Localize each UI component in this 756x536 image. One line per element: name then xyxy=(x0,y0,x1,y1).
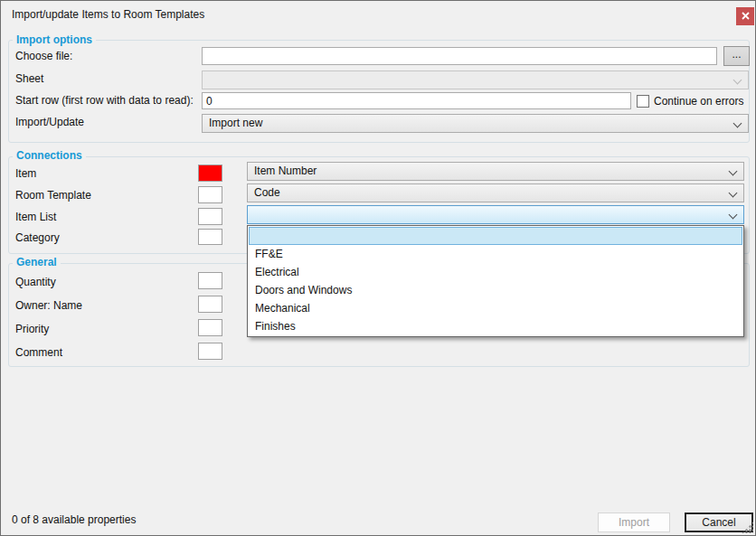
group-header-connections: Connections xyxy=(13,149,86,162)
cancel-button[interactable]: Cancel xyxy=(685,512,753,532)
window-title: Import/update Items to Room Templates xyxy=(12,8,204,21)
dropdown-option[interactable]: Electrical xyxy=(249,263,742,281)
browse-button[interactable]: ... xyxy=(723,46,750,66)
chevron-down-icon xyxy=(733,76,742,85)
group-header-import-options: Import options xyxy=(13,33,96,46)
priority-label: Priority xyxy=(15,323,49,335)
import-button[interactable]: Import xyxy=(598,512,670,532)
item-list-label: Item List xyxy=(15,211,56,223)
item-label: Item xyxy=(15,167,36,180)
category-label: Category xyxy=(15,231,60,244)
group-header-general: General xyxy=(13,256,61,268)
room-template-combo-value: Code xyxy=(254,186,280,199)
dropdown-option[interactable]: FF&E xyxy=(249,245,742,263)
chevron-down-icon xyxy=(729,189,738,198)
item-list-dropdown: FF&E Electrical Doors and Windows Mechan… xyxy=(247,225,744,337)
sheet-combo[interactable] xyxy=(202,71,749,89)
owner-name-label: Owner: Name xyxy=(15,299,82,312)
close-icon xyxy=(742,10,750,23)
comment-color-swatch[interactable] xyxy=(198,343,222,360)
item-color-swatch[interactable] xyxy=(198,165,222,182)
item-combo-value: Item Number xyxy=(254,165,317,177)
item-list-color-swatch[interactable] xyxy=(198,208,222,225)
start-row-input[interactable] xyxy=(202,92,631,109)
owner-name-color-swatch[interactable] xyxy=(198,296,222,313)
item-list-combo[interactable] xyxy=(247,205,744,224)
import-update-combo[interactable]: Import new xyxy=(202,114,749,133)
sheet-label: Sheet xyxy=(15,72,43,85)
quantity-label: Quantity xyxy=(15,276,56,288)
chevron-down-icon xyxy=(729,167,738,176)
room-template-label: Room Template xyxy=(15,189,91,202)
chevron-down-icon xyxy=(729,211,738,220)
choose-file-input[interactable] xyxy=(202,47,717,65)
item-combo[interactable]: Item Number xyxy=(247,162,744,181)
priority-color-swatch[interactable] xyxy=(198,319,222,336)
category-color-swatch[interactable] xyxy=(198,229,222,245)
dropdown-option[interactable]: Doors and Windows xyxy=(249,281,742,299)
continue-on-errors-label[interactable]: Continue on errors xyxy=(654,95,743,108)
dropdown-option[interactable]: Finishes xyxy=(249,317,742,335)
dialog-window: Import/update Items to Room Templates Im… xyxy=(0,0,756,536)
chevron-down-icon xyxy=(733,119,742,128)
status-text: 0 of 8 available properties xyxy=(12,513,136,526)
import-update-combo-value: Import new xyxy=(209,117,262,129)
start-row-label: Start row (first row with data to read): xyxy=(15,94,194,107)
choose-file-label: Choose file: xyxy=(15,50,72,62)
quantity-color-swatch[interactable] xyxy=(198,272,222,289)
comment-label: Comment xyxy=(15,346,62,359)
room-template-combo[interactable]: Code xyxy=(247,183,744,202)
room-template-color-swatch[interactable] xyxy=(198,186,222,203)
close-button[interactable] xyxy=(736,7,754,25)
continue-on-errors-checkbox[interactable] xyxy=(637,95,649,108)
import-update-label: Import/Update xyxy=(15,116,84,128)
dropdown-option[interactable]: Mechanical xyxy=(249,299,742,317)
dropdown-option-blank[interactable] xyxy=(249,227,742,245)
